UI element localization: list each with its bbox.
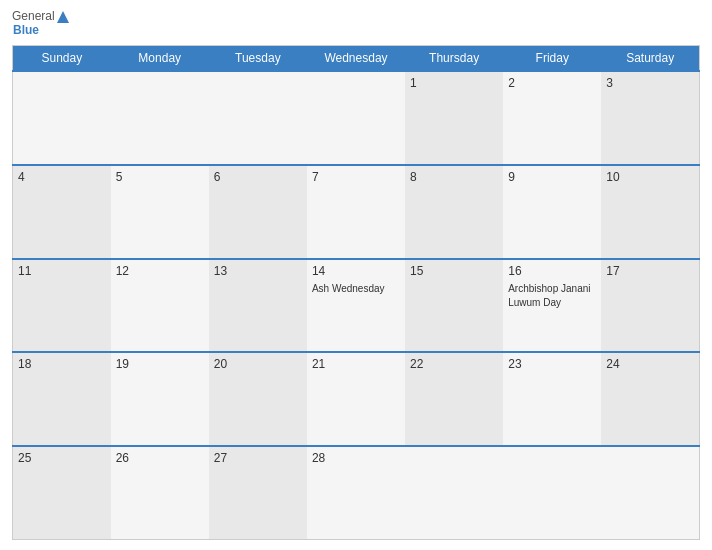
header-sunday: Sunday — [13, 46, 111, 72]
day-number: 5 — [116, 170, 204, 184]
calendar-week-row: 11121314Ash Wednesday1516Archbishop Jana… — [13, 259, 700, 353]
calendar-cell: 9 — [503, 165, 601, 259]
day-number: 15 — [410, 264, 498, 278]
day-number: 26 — [116, 451, 204, 465]
day-number: 25 — [18, 451, 106, 465]
header-thursday: Thursday — [405, 46, 503, 72]
day-number: 1 — [410, 76, 498, 90]
logo-general: General — [12, 10, 55, 23]
day-number: 19 — [116, 357, 204, 371]
calendar-cell — [405, 446, 503, 540]
day-number: 13 — [214, 264, 302, 278]
calendar-cell: 10 — [601, 165, 699, 259]
day-number: 22 — [410, 357, 498, 371]
calendar-cell: 16Archbishop Janani Luwum Day — [503, 259, 601, 353]
day-number: 4 — [18, 170, 106, 184]
header-friday: Friday — [503, 46, 601, 72]
header-wednesday: Wednesday — [307, 46, 405, 72]
day-number: 23 — [508, 357, 596, 371]
calendar-cell: 4 — [13, 165, 111, 259]
calendar-cell: 20 — [209, 352, 307, 446]
calendar-cell — [209, 71, 307, 165]
calendar-week-row: 25262728 — [13, 446, 700, 540]
day-number: 11 — [18, 264, 106, 278]
calendar-cell: 3 — [601, 71, 699, 165]
calendar-cell — [111, 71, 209, 165]
day-number: 10 — [606, 170, 694, 184]
calendar-week-row: 18192021222324 — [13, 352, 700, 446]
weekday-header-row: Sunday Monday Tuesday Wednesday Thursday… — [13, 46, 700, 72]
day-number: 12 — [116, 264, 204, 278]
calendar-cell: 28 — [307, 446, 405, 540]
calendar-cell: 15 — [405, 259, 503, 353]
day-number: 8 — [410, 170, 498, 184]
calendar-cell: 27 — [209, 446, 307, 540]
day-number: 16 — [508, 264, 596, 278]
calendar-cell: 18 — [13, 352, 111, 446]
calendar-cell: 1 — [405, 71, 503, 165]
logo-blue: Blue — [13, 24, 70, 37]
header-tuesday: Tuesday — [209, 46, 307, 72]
calendar-cell: 8 — [405, 165, 503, 259]
calendar-cell: 6 — [209, 165, 307, 259]
day-number: 14 — [312, 264, 400, 278]
svg-marker-0 — [57, 11, 69, 23]
day-number: 28 — [312, 451, 400, 465]
day-event: Archbishop Janani Luwum Day — [508, 283, 590, 308]
day-number: 7 — [312, 170, 400, 184]
calendar-cell: 5 — [111, 165, 209, 259]
header-monday: Monday — [111, 46, 209, 72]
day-number: 27 — [214, 451, 302, 465]
calendar-cell: 21 — [307, 352, 405, 446]
calendar-week-row: 123 — [13, 71, 700, 165]
calendar-cell — [307, 71, 405, 165]
day-number: 3 — [606, 76, 694, 90]
calendar-cell: 11 — [13, 259, 111, 353]
calendar-header: General Blue — [12, 10, 700, 37]
calendar-cell: 14Ash Wednesday — [307, 259, 405, 353]
logo-icon — [56, 10, 70, 24]
calendar-cell: 12 — [111, 259, 209, 353]
calendar-cell: 7 — [307, 165, 405, 259]
calendar-cell: 17 — [601, 259, 699, 353]
day-event: Ash Wednesday — [312, 283, 385, 294]
calendar-cell — [13, 71, 111, 165]
day-number: 6 — [214, 170, 302, 184]
day-number: 21 — [312, 357, 400, 371]
day-number: 2 — [508, 76, 596, 90]
calendar-cell — [503, 446, 601, 540]
calendar-cell: 24 — [601, 352, 699, 446]
calendar-table: Sunday Monday Tuesday Wednesday Thursday… — [12, 45, 700, 540]
calendar-cell: 23 — [503, 352, 601, 446]
calendar-cell: 2 — [503, 71, 601, 165]
logo: General Blue — [12, 10, 70, 37]
day-number: 9 — [508, 170, 596, 184]
day-number: 18 — [18, 357, 106, 371]
calendar-cell — [601, 446, 699, 540]
calendar-week-row: 45678910 — [13, 165, 700, 259]
day-number: 24 — [606, 357, 694, 371]
page: General Blue Sunday Monday Tuesday Wedne… — [0, 0, 712, 550]
calendar-cell: 26 — [111, 446, 209, 540]
calendar-cell: 13 — [209, 259, 307, 353]
header-saturday: Saturday — [601, 46, 699, 72]
day-number: 17 — [606, 264, 694, 278]
calendar-cell: 19 — [111, 352, 209, 446]
calendar-cell: 25 — [13, 446, 111, 540]
day-number: 20 — [214, 357, 302, 371]
calendar-cell: 22 — [405, 352, 503, 446]
